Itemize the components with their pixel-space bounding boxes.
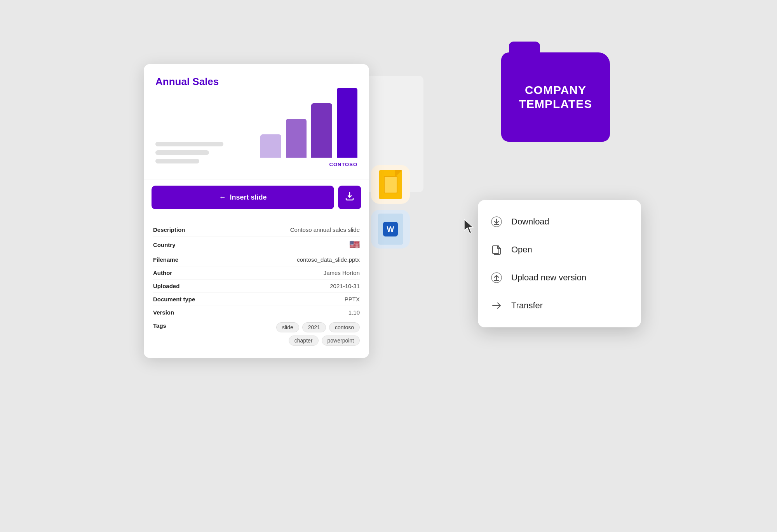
insert-arrow-icon: ← [219,193,226,202]
tag-slide[interactable]: slide [276,322,299,332]
main-card: Annual Sales CONTOSO ← I [144,64,369,358]
chart-area: Annual Sales CONTOSO [144,64,369,179]
doctype-row: Document type PPTX [153,293,360,306]
open-menu-label: Open [511,245,532,255]
description-label: Description [153,226,185,233]
uploaded-value: 2021-10-31 [330,283,360,289]
bar-1 [260,134,281,158]
chart-title: Annual Sales [155,76,357,88]
country-label: Country [153,242,176,248]
download-icon [345,192,354,203]
doctype-value: PPTX [345,296,360,303]
version-row: Version 1.10 [153,306,360,319]
download-menu-label: Download [511,217,549,227]
button-row: ← Insert slide [144,179,369,216]
menu-item-transfer[interactable]: Transfer [478,292,641,320]
tags-row: Tags slide 2021 contoso chapter powerpoi… [153,319,360,349]
author-label: Author [153,269,172,276]
tag-2021[interactable]: 2021 [302,322,326,332]
contoso-label: CONTOSO [329,162,358,167]
version-value: 1.10 [348,309,360,316]
bar-4 [337,88,358,158]
download-menu-icon [490,215,503,229]
transfer-menu-label: Transfer [511,301,543,311]
word-app-icon[interactable]: W [371,210,410,249]
tag-chapter[interactable]: chapter [289,336,319,346]
filename-value: contoso_data_slide.pptx [297,256,360,263]
menu-item-open[interactable]: Open [478,236,641,264]
chart-bars: CONTOSO [260,97,357,167]
placeholder-line-3 [155,159,199,163]
description-value: Contoso annual sales slide [290,226,360,233]
tags-container: slide 2021 contoso chapter powerpoint [251,322,360,346]
menu-item-upload-new[interactable]: Upload new version [478,264,641,292]
uploaded-label: Uploaded [153,283,179,289]
uploaded-row: Uploaded 2021-10-31 [153,280,360,293]
open-menu-icon [490,243,503,257]
bar-3 [311,103,332,158]
description-row: Description Contoso annual sales slide [153,223,360,236]
word-badge: W [383,222,398,236]
insert-slide-label: Insert slide [230,193,267,202]
tag-contoso[interactable]: contoso [329,322,360,332]
doctype-label: Document type [153,296,195,303]
google-slides-app-icon[interactable] [371,165,410,204]
folder-label: COMPANY TEMPLATES [519,83,592,111]
company-templates-folder[interactable]: COMPANY TEMPLATES [501,52,610,142]
folder-container: COMPANY TEMPLATES [501,52,610,142]
metadata-section: Description Contoso annual sales slide C… [144,216,369,358]
upload-new-menu-icon [490,271,503,285]
bar-2 [286,119,307,158]
chart-placeholder-lines [155,142,253,167]
version-label: Version [153,309,174,316]
author-value: James Horton [324,269,360,276]
transfer-menu-icon [490,299,503,313]
placeholder-line-2 [155,150,209,155]
tags-label: Tags [153,322,166,329]
author-row: Author James Horton [153,266,360,280]
svg-marker-8 [464,219,473,233]
upload-new-menu-label: Upload new version [511,273,586,283]
tag-powerpoint[interactable]: powerpoint [322,336,360,346]
menu-item-download[interactable]: Download [478,208,641,236]
context-menu: Download Open Upload new version [478,200,641,327]
country-row: Country 🇺🇸 [153,236,360,253]
country-flag: 🇺🇸 [349,240,360,250]
placeholder-line-1 [155,142,223,146]
filename-row: Filename contoso_data_slide.pptx [153,253,360,266]
insert-slide-button[interactable]: ← Insert slide [152,186,334,209]
filename-label: Filename [153,256,178,263]
download-button[interactable] [338,186,361,209]
